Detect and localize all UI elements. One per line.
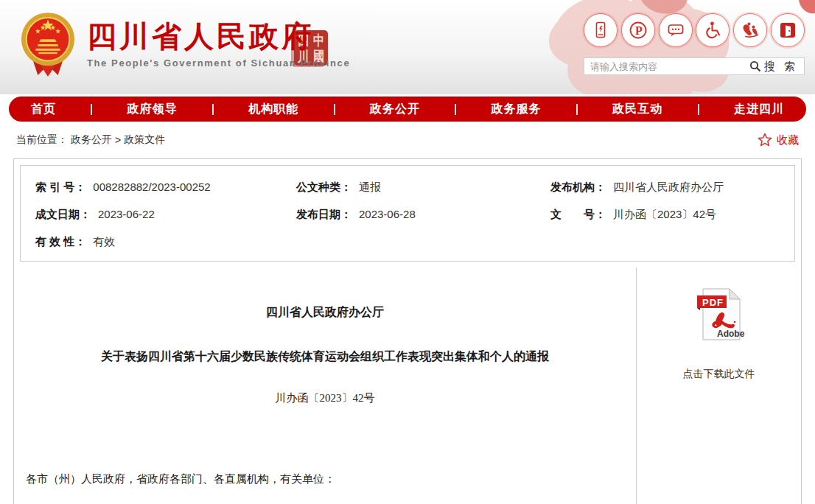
star-icon: [758, 133, 772, 147]
download-link[interactable]: 点击下载此文件: [683, 368, 755, 381]
nav-item-functions[interactable]: 机构职能: [248, 102, 298, 117]
nav-separator: [698, 104, 699, 115]
nav-item-openness[interactable]: 政务公开: [370, 102, 420, 117]
document-meta-table: 索 引 号： 008282882/2023-00252 公文种类： 通报 发布机…: [20, 165, 795, 262]
document-title: 关于表扬四川省第十六届少数民族传统体育运动会组织工作表现突出集体和个人的通报: [14, 349, 636, 365]
site-brand: 四川省人民政府 The People's Government of Sichu…: [19, 10, 350, 80]
nav-item-about-sichuan[interactable]: 走进四川: [734, 102, 784, 117]
breadcrumb-link-openness[interactable]: 政务公开: [71, 133, 112, 147]
meta-doc-type: 公文种类： 通报: [296, 173, 550, 200]
meta-doc-number: 文 号： 川办函〔2023〕42号: [550, 200, 794, 228]
meta-publish-date: 发布日期： 2023-06-28: [296, 200, 550, 228]
breadcrumb-row: 当前位置： 政务公开 > 政策文件 收藏: [0, 122, 815, 158]
quick-access-icons: P: [584, 13, 805, 47]
meta-written-date: 成文日期： 2023-06-22: [35, 200, 296, 228]
nav-item-leaders[interactable]: 政府领导: [127, 102, 178, 117]
pdf-file-icon[interactable]: PDF Adobe: [693, 285, 746, 346]
nav-item-services[interactable]: 政务服务: [492, 102, 542, 117]
nav-separator: [212, 104, 214, 115]
message-icon[interactable]: [659, 13, 693, 47]
favorite-button[interactable]: 收藏: [758, 133, 799, 147]
breadcrumb-prefix: 当前位置：: [16, 133, 68, 147]
meta-index-number: 索 引 号： 008282882/2023-00252: [35, 173, 296, 200]
document-org-title: 四川省人民政府办公厅: [14, 304, 636, 321]
document-container: 索 引 号： 008282882/2023-00252 公文种类： 通报 发布机…: [13, 158, 802, 504]
search-button[interactable]: 搜 索: [744, 58, 804, 74]
breadcrumb-link-policy-files[interactable]: 政策文件: [124, 133, 165, 147]
search-button-label: 搜 索: [764, 60, 798, 74]
door-icon[interactable]: [771, 13, 805, 47]
brand-text: 四川省人民政府 The People's Government of Sichu…: [87, 10, 350, 69]
content-row: 四川省人民政府办公厅 关于表扬四川省第十六届少数民族传统体育运动会组织工作表现突…: [14, 267, 801, 504]
pdf-badge-label: PDF: [702, 297, 724, 308]
nav-separator: [576, 104, 578, 115]
nav-separator: [91, 104, 92, 115]
download-sidebar: PDF Adobe 点击下载此文件: [636, 267, 801, 504]
header-right: P: [584, 13, 805, 75]
p-badge-icon[interactable]: P: [621, 13, 655, 47]
national-emblem-logo: [19, 10, 77, 80]
meta-issuing-agency: 发布机构： 四川省人民政府办公厅: [550, 173, 794, 200]
svg-text:P: P: [635, 24, 643, 37]
document-body: 四川省人民政府办公厅 关于表扬四川省第十六届少数民族传统体育运动会组织工作表现突…: [14, 267, 636, 504]
breadcrumb: 当前位置： 政务公开 > 政策文件: [16, 133, 165, 147]
document-salutation: 各市（州）人民政府，省政府各部门、各直属机构，有关单位：: [14, 472, 636, 486]
search-icon: [749, 60, 761, 72]
meta-row: 有 效 性： 有效: [35, 228, 794, 255]
page: 四川省人民政府 The People's Government of Sichu…: [0, 0, 815, 504]
nav-item-home[interactable]: 首页: [31, 102, 56, 117]
map-corner-fragment: [796, 0, 815, 15]
meta-validity: 有 效 性： 有效: [35, 228, 296, 255]
site-header: 四川省人民政府 The People's Government of Sichu…: [0, 0, 815, 94]
main-nav: 首页 政府领导 机构职能 政务公开 政务服务 政民互动 走进四川: [9, 97, 806, 122]
search-input[interactable]: [584, 58, 744, 74]
wheelchair-icon[interactable]: [696, 13, 730, 47]
breadcrumb-separator: >: [115, 134, 121, 146]
search-bar: 搜 索: [584, 57, 805, 75]
adobe-label: Adobe: [717, 329, 745, 339]
meta-row: 索 引 号： 008282882/2023-00252 公文种类： 通报 发布机…: [35, 173, 794, 200]
meta-row: 成文日期： 2023-06-22 发布日期： 2023-06-28 文 号： 川…: [35, 200, 794, 228]
nav-separator: [334, 104, 335, 115]
site-title: 四川省人民政府: [87, 19, 350, 53]
site-subtitle: The People's Government of Sichuan Provi…: [87, 57, 350, 69]
nav-item-interaction[interactable]: 政民互动: [612, 102, 662, 117]
care-icon[interactable]: [733, 13, 767, 47]
mobile-icon[interactable]: [584, 13, 618, 47]
favorite-label: 收藏: [777, 133, 799, 147]
document-number: 川办函〔2023〕42号: [14, 390, 636, 406]
nav-separator: [455, 104, 456, 115]
